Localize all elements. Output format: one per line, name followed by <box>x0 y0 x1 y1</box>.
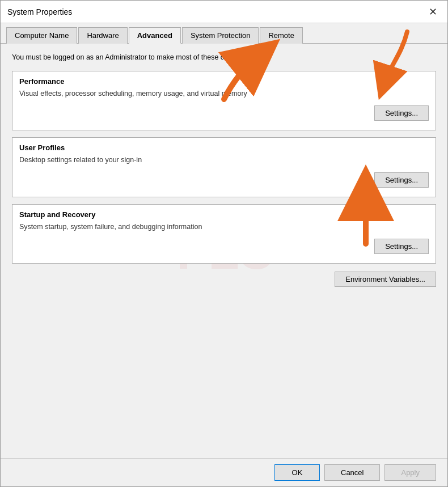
cancel-button[interactable]: Cancel <box>324 464 380 481</box>
window-title: System Properties <box>7 7 72 16</box>
user-profiles-title: User Profiles <box>19 143 429 152</box>
user-profiles-btn-row: Settings... <box>19 172 429 188</box>
tab-content: PLC You must be logged on as an Administ… <box>1 44 447 458</box>
performance-settings-button[interactable]: Settings... <box>374 105 429 121</box>
title-bar: System Properties ✕ <box>1 1 447 23</box>
startup-recovery-btn-row: Settings... <box>19 239 429 254</box>
startup-recovery-settings-button[interactable]: Settings... <box>374 239 429 254</box>
footer: OK Cancel Apply <box>1 458 447 486</box>
performance-title: Performance <box>19 77 429 86</box>
tab-bar: Computer Name Hardware Advanced System P… <box>1 23 447 44</box>
performance-btn-row: Settings... <box>19 105 429 121</box>
close-button[interactable]: ✕ <box>425 4 441 20</box>
environment-variables-button[interactable]: Environment Variables... <box>335 272 436 287</box>
tab-remote[interactable]: Remote <box>260 27 303 44</box>
apply-button[interactable]: Apply <box>384 464 436 481</box>
tab-computer-name[interactable]: Computer Name <box>6 27 77 44</box>
admin-notice: You must be logged on as an Administrato… <box>12 53 436 63</box>
tab-advanced[interactable]: Advanced <box>129 27 181 44</box>
user-profiles-section: User Profiles Desktop settings related t… <box>12 137 436 197</box>
tab-hardware[interactable]: Hardware <box>78 27 127 44</box>
user-profiles-settings-button[interactable]: Settings... <box>374 172 429 188</box>
startup-recovery-desc: System startup, system failure, and debu… <box>19 222 429 232</box>
user-profiles-desc: Desktop settings related to your sign-in <box>19 155 429 166</box>
system-properties-window: System Properties ✕ Computer Name Hardwa… <box>0 0 448 487</box>
performance-section: Performance Visual effects, processor sc… <box>12 71 436 131</box>
startup-recovery-section: Startup and Recovery System startup, sys… <box>12 204 436 264</box>
startup-recovery-title: Startup and Recovery <box>19 210 429 219</box>
tab-system-protection[interactable]: System Protection <box>182 27 259 44</box>
env-btn-row: Environment Variables... <box>12 272 436 287</box>
ok-button[interactable]: OK <box>274 464 320 481</box>
performance-desc: Visual effects, processor scheduling, me… <box>19 89 429 99</box>
